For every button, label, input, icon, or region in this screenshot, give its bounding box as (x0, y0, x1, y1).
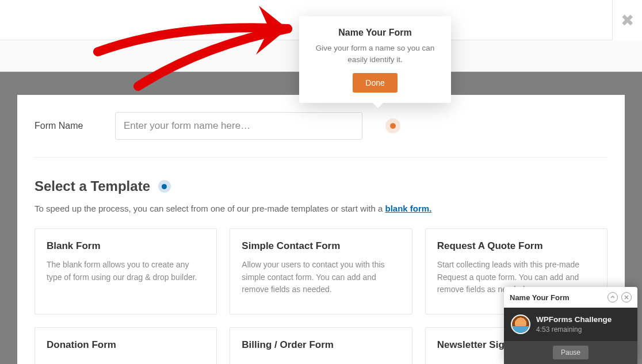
widget-header-title: Name Your Form (510, 293, 570, 302)
template-step-dot (158, 180, 171, 193)
form-name-step-dot (385, 118, 400, 133)
widget-footer: Pause (504, 341, 637, 364)
template-desc: The blank form allows you to create any … (47, 259, 205, 283)
dot-icon (390, 123, 396, 129)
pause-button[interactable]: Pause (553, 346, 588, 359)
template-title: Request A Quote Form (437, 240, 595, 252)
widget-header-icons (607, 292, 632, 302)
template-title: Simple Contact Form (242, 240, 400, 252)
template-heading-row: Select a Template (35, 178, 607, 194)
widget-body: WPForms Challenge 4:53 remaining (504, 308, 637, 341)
template-card-donation[interactable]: Donation Form (35, 327, 217, 364)
challenge-widget: Name Your Form WPForms Challenge 4:53 re… (504, 287, 637, 364)
template-subtext: To speed up the process, you can select … (35, 204, 607, 213)
template-card-blank[interactable]: Blank Form The blank form allows you to … (35, 228, 217, 315)
name-form-popover: Name Your Form Give your form a name so … (299, 16, 451, 103)
template-title: Donation Form (47, 339, 205, 351)
blank-form-link[interactable]: blank form. (385, 204, 431, 213)
template-desc: Allow your users to contact you with thi… (242, 259, 400, 296)
template-title: Blank Form (47, 240, 205, 252)
template-subtext-text: To speed up the process, you can select … (35, 204, 385, 213)
popover-title: Name Your Form (309, 28, 441, 38)
form-name-label: Form Name (35, 121, 92, 131)
form-name-row: Form Name (35, 112, 607, 158)
template-title: Billing / Order Form (242, 339, 400, 351)
collapse-icon[interactable] (607, 292, 618, 302)
template-card-billing[interactable]: Billing / Order Form (230, 327, 412, 364)
widget-text: WPForms Challenge 4:53 remaining (536, 315, 612, 334)
close-icon: ✖ (621, 11, 634, 30)
dot-icon (162, 184, 167, 189)
template-card-contact[interactable]: Simple Contact Form Allow your users to … (230, 228, 412, 315)
avatar (511, 315, 530, 334)
close-icon[interactable] (621, 292, 632, 302)
template-heading: Select a Template (35, 178, 150, 194)
challenge-title: WPForms Challenge (536, 315, 612, 324)
form-name-input[interactable] (115, 112, 362, 140)
close-button[interactable]: ✖ (612, 0, 642, 40)
challenge-remaining: 4:53 remaining (536, 325, 582, 334)
widget-header: Name Your Form (504, 287, 637, 308)
popover-body: Give your form a name so you can easily … (309, 43, 441, 65)
popover-done-button[interactable]: Done (353, 73, 397, 93)
